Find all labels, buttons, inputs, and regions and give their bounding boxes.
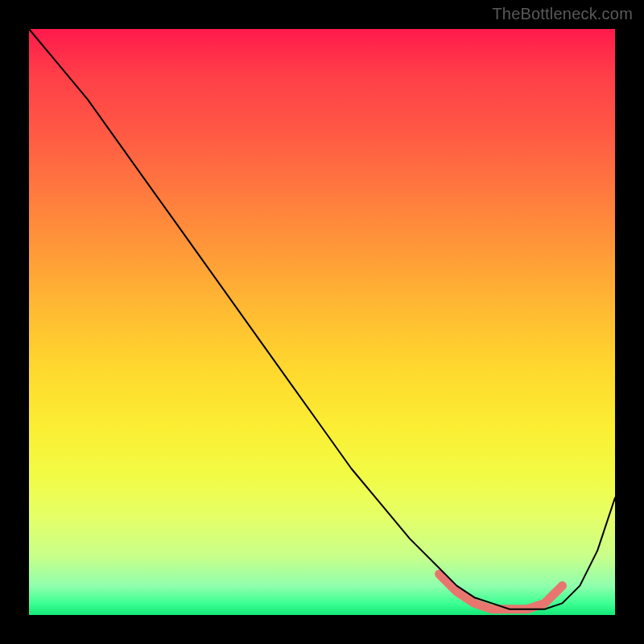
chart-frame: TheBottleneck.com xyxy=(0,0,644,644)
watermark-text: TheBottleneck.com xyxy=(492,5,633,23)
chart-svg xyxy=(29,29,615,615)
plot-area xyxy=(29,29,615,615)
optimal-zone-marker xyxy=(440,574,563,609)
bottleneck-curve-line xyxy=(29,29,615,609)
